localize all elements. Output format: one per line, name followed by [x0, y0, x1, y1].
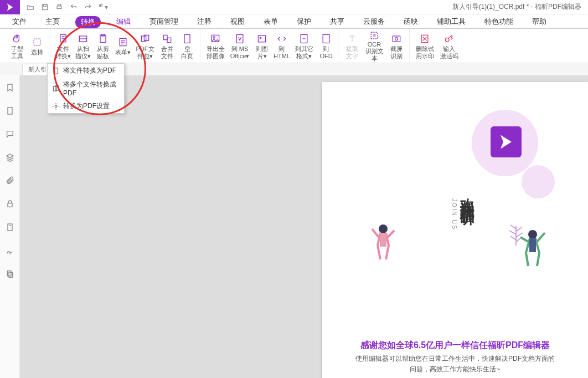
window-title: 新人引导(1)(1)_OCR.pdf * - 福昕PDF编辑器 — [452, 2, 588, 12]
menu-file[interactable]: 文件 — [9, 15, 30, 28]
save-icon[interactable] — [39, 1, 51, 13]
page-headline: 感谢您如全球6.5亿用户一样信任福昕PDF编辑器 — [322, 340, 588, 351]
menu-bar: 文件 主页 转换 编辑 页面管理 注释 视图 表单 保护 共享 云服务 函映 辅… — [0, 14, 588, 29]
svg-rect-1 — [44, 4, 47, 7]
signature-icon[interactable] — [4, 245, 16, 256]
svg-rect-32 — [8, 203, 12, 207]
file-convert-button[interactable]: 文件转换▾ — [54, 31, 73, 61]
svg-rect-3 — [58, 4, 61, 6]
attachment-icon[interactable] — [4, 175, 16, 186]
undo-icon[interactable] — [68, 1, 80, 13]
svg-rect-27 — [54, 68, 58, 74]
menu-form[interactable]: 表单 — [260, 15, 281, 28]
page-subtext: 使用编辑器可以帮助您在日常工作生活中，快速解决PDF文档方面的问题，高效工作方能… — [322, 354, 588, 375]
foxit-logo-icon — [491, 126, 522, 157]
menu-cloud[interactable]: 云服务 — [360, 15, 388, 28]
dropdown-convert-settings[interactable]: 转换为PDF设置 — [48, 99, 124, 113]
blank-page-button[interactable]: 空白页 — [178, 31, 197, 61]
redo-icon[interactable] — [82, 1, 94, 13]
svg-rect-13 — [167, 38, 171, 43]
svg-rect-12 — [163, 35, 167, 40]
joinus-text: JOIN US — [451, 198, 458, 230]
svg-point-36 — [379, 224, 388, 233]
person-illustration — [367, 221, 400, 265]
pdf-page: 欢迎来到福昕 JOIN US 感谢您如全球6.5亿用户一样信任福昕PDF编辑器 … — [322, 82, 588, 378]
menu-home[interactable]: 主页 — [42, 15, 63, 28]
ocr-button[interactable]: OCR识别文本 — [363, 31, 386, 61]
workspace: 欢迎来到福昕 JOIN US 感谢您如全球6.5亿用户一样信任福昕PDF编辑器 … — [0, 75, 588, 378]
svg-point-38 — [528, 230, 537, 239]
file-convert-dropdown: 将文件转换为PDF 将多个文件转换成PDF 转换为PDF设置 — [47, 63, 125, 114]
menu-convert[interactable]: 转换 — [75, 16, 101, 28]
decorative-circle — [522, 165, 555, 198]
clipboard-icon[interactable] — [4, 268, 16, 279]
layers-icon[interactable] — [4, 152, 16, 163]
enter-key-button[interactable]: 输入激活码 — [437, 31, 461, 61]
person-illustration — [516, 226, 549, 270]
export-images-button[interactable]: 导出全部图像 — [204, 31, 227, 61]
svg-point-30 — [55, 105, 57, 108]
screenshot-ocr-button[interactable]: 截屏识别 — [387, 31, 406, 61]
dropdown-convert-multiple[interactable]: 将多个文件转换成PDF — [48, 78, 124, 99]
from-clipboard-button[interactable]: 从剪贴板 — [94, 31, 112, 61]
menu-features[interactable]: 特色功能 — [481, 15, 517, 28]
svg-rect-21 — [323, 35, 329, 43]
select-button[interactable]: 选择 — [28, 31, 47, 61]
svg-point-24 — [395, 38, 398, 40]
form-button[interactable]: 表单▾ — [114, 31, 132, 61]
svg-rect-14 — [184, 35, 190, 43]
pages-icon[interactable] — [4, 105, 16, 116]
svg-rect-18 — [258, 36, 265, 43]
open-icon[interactable] — [24, 1, 37, 13]
ribbon-toolbar: 手型工具 选择 文件转换▾ 从扫描仪▾ 从剪贴板 表单▾ PDF文件包▾ 合并文… — [0, 29, 588, 63]
quick-access-toolbar: ▾ — [20, 1, 113, 13]
from-scanner-button[interactable]: 从扫描仪▾ — [74, 31, 92, 61]
menu-help[interactable]: 帮助 — [529, 15, 550, 28]
comment-icon[interactable] — [4, 129, 16, 140]
to-image-button[interactable]: 到图片▾ — [252, 31, 271, 61]
svg-rect-39 — [529, 238, 536, 252]
left-sidebar — [0, 75, 20, 378]
merge-files-button[interactable]: 合并文件 — [158, 31, 177, 61]
svg-point-16 — [213, 37, 215, 38]
menu-protect[interactable]: 保护 — [293, 15, 314, 28]
svg-point-19 — [260, 37, 261, 39]
bookmark-icon[interactable] — [4, 82, 16, 93]
menu-view[interactable]: 视图 — [227, 15, 248, 28]
svg-rect-2 — [57, 6, 61, 8]
menu-hanying[interactable]: 函映 — [400, 15, 421, 28]
menu-annotate[interactable]: 注释 — [194, 15, 215, 28]
extract-text-button[interactable]: 提取文字 — [343, 31, 362, 61]
to-other-button[interactable]: 到其它格式▾ — [292, 31, 316, 61]
menu-edit[interactable]: 编辑 — [113, 15, 134, 28]
svg-rect-37 — [380, 233, 386, 247]
svg-point-26 — [445, 38, 449, 42]
svg-rect-0 — [42, 4, 47, 9]
svg-rect-22 — [371, 33, 378, 39]
title-bar: ▾ 新人引导(1)(1)_OCR.pdf * - 福昕PDF编辑器 — [0, 0, 588, 14]
svg-rect-23 — [393, 36, 400, 42]
to-office-button[interactable]: 到 MSOffice▾ — [228, 31, 251, 61]
document-canvas[interactable]: 欢迎来到福昕 JOIN US 感谢您如全球6.5亿用户一样信任福昕PDF编辑器 … — [20, 75, 588, 378]
print-icon[interactable] — [53, 1, 65, 13]
menu-share[interactable]: 共享 — [327, 15, 348, 28]
menu-page-manage[interactable]: 页面管理 — [146, 15, 182, 28]
dropdown-convert-file[interactable]: 将文件转换为PDF — [48, 64, 124, 78]
welcome-vertical-text: 欢迎来到福昕 — [458, 187, 477, 201]
svg-rect-31 — [8, 108, 12, 114]
security-icon[interactable] — [4, 198, 16, 210]
hand-tool-button[interactable]: 手型工具 — [8, 31, 27, 61]
app-logo — [0, 0, 20, 14]
svg-rect-17 — [236, 35, 243, 43]
svg-rect-4 — [34, 39, 40, 46]
file-icon[interactable] — [4, 222, 16, 233]
pdf-package-button[interactable]: PDF文件包▾ — [133, 31, 157, 61]
to-html-button[interactable]: 到HTML — [272, 31, 291, 61]
remove-watermark-button[interactable]: 删除试用水印 — [413, 31, 436, 61]
menu-accessibility[interactable]: 辅助工具 — [434, 15, 469, 28]
to-ofd-button[interactable]: 到OFD — [317, 31, 336, 61]
hand-icon[interactable]: ▾ — [96, 1, 109, 13]
svg-rect-33 — [8, 224, 12, 231]
